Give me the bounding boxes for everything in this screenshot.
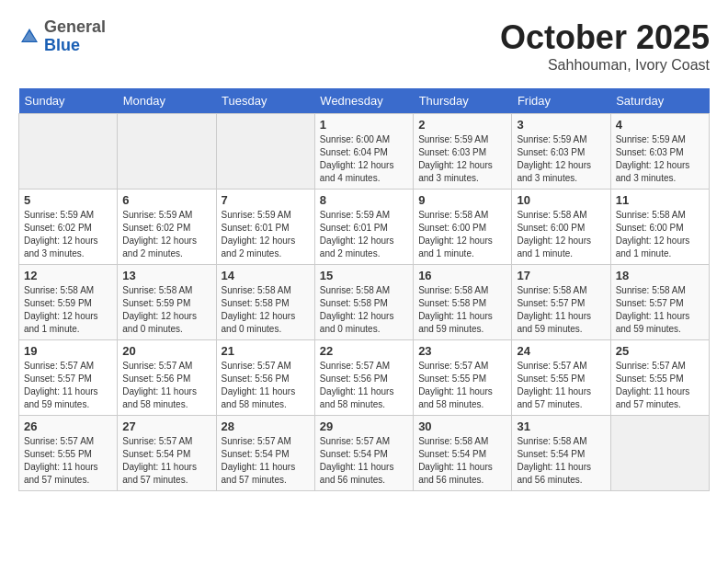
day-cell (216, 114, 314, 190)
day-number: 18 (616, 269, 704, 282)
day-info: Sunrise: 5:58 AM Sunset: 6:00 PM Dayligh… (418, 209, 506, 260)
day-number: 9 (418, 193, 506, 207)
logo-general: General (44, 18, 106, 37)
logo-icon (18, 26, 40, 48)
day-number: 7 (222, 193, 310, 207)
day-cell: 5Sunrise: 5:59 AM Sunset: 6:02 PM Daylig… (19, 190, 118, 265)
day-info: Sunrise: 5:57 AM Sunset: 5:55 PM Dayligh… (517, 360, 605, 411)
day-cell: 21Sunrise: 5:57 AM Sunset: 5:56 PM Dayli… (216, 340, 314, 416)
day-number: 19 (24, 344, 112, 358)
day-cell: 14Sunrise: 5:58 AM Sunset: 5:58 PM Dayli… (216, 265, 314, 340)
day-info: Sunrise: 5:58 AM Sunset: 5:58 PM Dayligh… (320, 284, 408, 336)
logo-blue: Blue (44, 37, 106, 55)
day-cell: 28Sunrise: 5:57 AM Sunset: 5:54 PM Dayli… (216, 416, 314, 491)
day-cell: 19Sunrise: 5:57 AM Sunset: 5:57 PM Dayli… (19, 340, 118, 416)
day-info: Sunrise: 5:57 AM Sunset: 5:54 PM Dayligh… (122, 435, 210, 487)
day-info: Sunrise: 5:59 AM Sunset: 6:01 PM Dayligh… (320, 209, 408, 260)
week-row-0: 1Sunrise: 6:00 AM Sunset: 6:04 PM Daylig… (19, 114, 710, 190)
day-number: 8 (320, 193, 408, 207)
day-number: 13 (122, 269, 210, 282)
day-cell: 4Sunrise: 5:59 AM Sunset: 6:03 PM Daylig… (610, 114, 709, 190)
week-row-4: 26Sunrise: 5:57 AM Sunset: 5:55 PM Dayli… (19, 416, 710, 491)
day-number: 5 (24, 193, 112, 207)
title-block: October 2025 Sahhouman, Ivory Coast (500, 18, 710, 74)
col-header-saturday: Saturday (610, 88, 709, 114)
col-header-monday: Monday (118, 88, 216, 114)
day-info: Sunrise: 6:00 AM Sunset: 6:04 PM Dayligh… (320, 133, 408, 185)
day-cell: 2Sunrise: 5:59 AM Sunset: 6:03 PM Daylig… (414, 114, 512, 190)
day-number: 21 (222, 344, 310, 358)
logo-text: General Blue (44, 18, 106, 55)
day-info: Sunrise: 5:59 AM Sunset: 6:03 PM Dayligh… (418, 133, 506, 185)
day-info: Sunrise: 5:59 AM Sunset: 6:02 PM Dayligh… (24, 209, 112, 260)
day-cell: 8Sunrise: 5:59 AM Sunset: 6:01 PM Daylig… (314, 190, 413, 265)
day-cell: 12Sunrise: 5:58 AM Sunset: 5:59 PM Dayli… (19, 265, 118, 340)
day-info: Sunrise: 5:57 AM Sunset: 5:56 PM Dayligh… (222, 360, 310, 411)
day-info: Sunrise: 5:59 AM Sunset: 6:03 PM Dayligh… (517, 133, 605, 185)
day-cell: 27Sunrise: 5:57 AM Sunset: 5:54 PM Dayli… (118, 416, 216, 491)
day-cell (610, 416, 709, 491)
day-info: Sunrise: 5:58 AM Sunset: 5:58 PM Dayligh… (418, 284, 506, 336)
day-number: 17 (517, 269, 605, 282)
day-number: 12 (24, 269, 112, 282)
day-cell: 18Sunrise: 5:58 AM Sunset: 5:57 PM Dayli… (610, 265, 709, 340)
day-number: 15 (320, 269, 408, 282)
day-number: 4 (616, 118, 704, 132)
day-cell: 9Sunrise: 5:58 AM Sunset: 6:00 PM Daylig… (414, 190, 512, 265)
day-info: Sunrise: 5:57 AM Sunset: 5:54 PM Dayligh… (320, 435, 408, 487)
day-cell: 7Sunrise: 5:59 AM Sunset: 6:01 PM Daylig… (216, 190, 314, 265)
day-cell: 25Sunrise: 5:57 AM Sunset: 5:55 PM Dayli… (610, 340, 709, 416)
day-number: 29 (320, 419, 408, 433)
col-header-thursday: Thursday (414, 88, 512, 114)
day-cell: 11Sunrise: 5:58 AM Sunset: 6:00 PM Dayli… (610, 190, 709, 265)
day-cell: 29Sunrise: 5:57 AM Sunset: 5:54 PM Dayli… (314, 416, 413, 491)
day-cell: 24Sunrise: 5:57 AM Sunset: 5:55 PM Dayli… (512, 340, 610, 416)
day-cell: 13Sunrise: 5:58 AM Sunset: 5:59 PM Dayli… (118, 265, 216, 340)
col-header-friday: Friday (512, 88, 610, 114)
logo: General Blue (18, 18, 106, 55)
day-info: Sunrise: 5:58 AM Sunset: 6:00 PM Dayligh… (616, 209, 704, 260)
day-info: Sunrise: 5:57 AM Sunset: 5:54 PM Dayligh… (222, 435, 310, 487)
day-number: 2 (418, 118, 506, 132)
day-cell: 17Sunrise: 5:58 AM Sunset: 5:57 PM Dayli… (512, 265, 610, 340)
day-info: Sunrise: 5:58 AM Sunset: 5:57 PM Dayligh… (517, 284, 605, 336)
day-number: 26 (24, 419, 112, 433)
day-number: 11 (616, 193, 704, 207)
day-info: Sunrise: 5:59 AM Sunset: 6:02 PM Dayligh… (122, 209, 210, 260)
day-cell: 15Sunrise: 5:58 AM Sunset: 5:58 PM Dayli… (314, 265, 413, 340)
day-info: Sunrise: 5:57 AM Sunset: 5:55 PM Dayligh… (418, 360, 506, 411)
day-cell: 10Sunrise: 5:58 AM Sunset: 6:00 PM Dayli… (512, 190, 610, 265)
col-header-wednesday: Wednesday (314, 88, 413, 114)
day-info: Sunrise: 5:57 AM Sunset: 5:56 PM Dayligh… (320, 360, 408, 411)
day-number: 16 (418, 269, 506, 282)
day-number: 27 (122, 419, 210, 433)
day-info: Sunrise: 5:59 AM Sunset: 6:03 PM Dayligh… (616, 133, 704, 185)
day-cell: 20Sunrise: 5:57 AM Sunset: 5:56 PM Dayli… (118, 340, 216, 416)
day-number: 14 (222, 269, 310, 282)
day-cell: 26Sunrise: 5:57 AM Sunset: 5:55 PM Dayli… (19, 416, 118, 491)
day-number: 1 (320, 118, 408, 132)
week-row-1: 5Sunrise: 5:59 AM Sunset: 6:02 PM Daylig… (19, 190, 710, 265)
day-cell: 16Sunrise: 5:58 AM Sunset: 5:58 PM Dayli… (414, 265, 512, 340)
day-cell: 3Sunrise: 5:59 AM Sunset: 6:03 PM Daylig… (512, 114, 610, 190)
day-cell: 6Sunrise: 5:59 AM Sunset: 6:02 PM Daylig… (118, 190, 216, 265)
day-number: 30 (418, 419, 506, 433)
day-info: Sunrise: 5:59 AM Sunset: 6:01 PM Dayligh… (222, 209, 310, 260)
day-number: 10 (517, 193, 605, 207)
location-subtitle: Sahhouman, Ivory Coast (500, 57, 710, 74)
day-number: 24 (517, 344, 605, 358)
day-number: 28 (222, 419, 310, 433)
day-cell: 22Sunrise: 5:57 AM Sunset: 5:56 PM Dayli… (314, 340, 413, 416)
day-cell (118, 114, 216, 190)
day-info: Sunrise: 5:57 AM Sunset: 5:56 PM Dayligh… (122, 360, 210, 411)
day-number: 22 (320, 344, 408, 358)
day-info: Sunrise: 5:58 AM Sunset: 6:00 PM Dayligh… (517, 209, 605, 260)
week-row-3: 19Sunrise: 5:57 AM Sunset: 5:57 PM Dayli… (19, 340, 710, 416)
day-cell (19, 114, 118, 190)
day-info: Sunrise: 5:58 AM Sunset: 5:54 PM Dayligh… (517, 435, 605, 487)
day-number: 25 (616, 344, 704, 358)
page-header: General Blue October 2025 Sahhouman, Ivo… (18, 18, 710, 74)
day-number: 6 (122, 193, 210, 207)
day-info: Sunrise: 5:57 AM Sunset: 5:55 PM Dayligh… (616, 360, 704, 411)
week-row-2: 12Sunrise: 5:58 AM Sunset: 5:59 PM Dayli… (19, 265, 710, 340)
